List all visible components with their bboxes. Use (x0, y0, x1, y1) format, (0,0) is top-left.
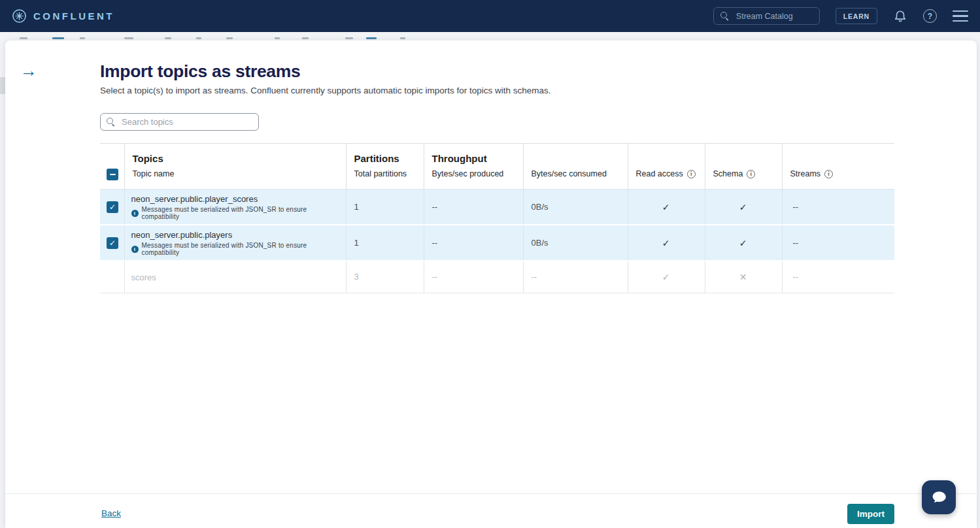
help-button[interactable]: ? (923, 9, 937, 23)
column-sub-label: Read accessi (636, 169, 705, 178)
brand-wordmark: CONFLUENT (33, 10, 114, 22)
column-group-label: Throughput (432, 151, 523, 166)
topic-row: ✓neon_server.public.playersiMessages mus… (100, 225, 894, 261)
top-navbar: CONFLUENT LEARN ? (0, 0, 980, 32)
cell-read-access: ✓ (628, 225, 705, 261)
column-group-label (636, 151, 705, 166)
footer-divider (5, 493, 977, 494)
row-checkbox-cell (100, 261, 124, 293)
cell-total-partitions: 1 (346, 225, 424, 261)
page-subtitle: Select a topic(s) to import as streams. … (100, 86, 551, 95)
cell-bytes-produced: -- (424, 190, 523, 225)
page-title: Import topics as streams (100, 61, 301, 82)
column-sub-label: Topic name (133, 169, 346, 178)
search-icon (720, 12, 729, 20)
breadcrumb (0, 32, 980, 41)
search-icon (107, 118, 115, 126)
column-group-label: Partitions (354, 151, 424, 166)
import-button[interactable]: Import (847, 504, 894, 524)
row-checkbox[interactable]: ✓ (107, 201, 118, 213)
help-icon: ? (923, 9, 937, 23)
cell-schema: ✓ (705, 190, 782, 225)
learn-button[interactable]: LEARN (836, 8, 877, 24)
main-menu-button[interactable] (953, 10, 968, 22)
collapse-panel-arrow-icon[interactable]: → (20, 62, 37, 79)
cell-schema: ✕ (705, 261, 782, 293)
cell-streams: -- (782, 190, 894, 225)
row-checkbox-cell: ✓ (100, 190, 124, 225)
topic-search[interactable] (100, 113, 259, 131)
topic-note: iMessages must be serialized with JSON_S… (131, 206, 342, 220)
info-icon[interactable]: i (747, 170, 755, 178)
cell-bytes-produced: -- (424, 261, 523, 293)
topic-name: neon_server.public.player_scores (131, 194, 342, 204)
topic-row: scores3----✓✕-- (100, 261, 894, 293)
cell-total-partitions: 3 (346, 261, 424, 293)
cell-total-partitions: 1 (346, 190, 424, 225)
cell-read-access: ✓ (628, 190, 705, 225)
stream-catalog-search[interactable] (713, 7, 820, 25)
select-all-cell (100, 144, 124, 190)
column-sub-label: Bytes/sec produced (432, 169, 523, 178)
topic-name-cell: neon_server.public.playersiMessages must… (124, 225, 346, 261)
column-header-bytes-sec-consumed: Bytes/sec consumed (523, 144, 628, 190)
column-group-label (532, 151, 628, 166)
topics-table-wrap: TopicsTopic namePartitionsTotal partitio… (100, 143, 894, 293)
topic-name: neon_server.public.players (131, 230, 342, 240)
column-sub-label: Total partitions (354, 169, 424, 178)
bell-icon (893, 9, 907, 24)
info-icon[interactable]: i (687, 170, 696, 178)
chat-bubble-icon (930, 488, 948, 506)
column-group-label: Topics (133, 151, 346, 166)
topics-table-head-row: TopicsTopic namePartitionsTotal partitio… (100, 144, 894, 190)
notifications-button[interactable] (893, 9, 907, 24)
topic-note: iMessages must be serialized with JSON_S… (131, 242, 342, 256)
topic-search-input[interactable] (120, 116, 252, 127)
cell-bytes-consumed: 0B/s (523, 225, 628, 261)
column-group-label (713, 151, 782, 166)
row-checkbox-cell: ✓ (100, 225, 124, 261)
column-group-label (790, 151, 895, 166)
confluent-logo[interactable]: CONFLUENT (12, 8, 114, 24)
cell-streams: -- (782, 261, 894, 293)
topic-name-cell: neon_server.public.player_scoresiMessage… (124, 190, 346, 225)
column-header-topic-name: TopicsTopic name (124, 144, 346, 190)
stream-catalog-search-input[interactable] (735, 11, 813, 22)
confluent-logo-icon (12, 8, 27, 24)
select-all-checkbox[interactable] (107, 169, 118, 180)
topics-table: TopicsTopic namePartitionsTotal partitio… (100, 143, 894, 293)
column-header-streams: Streamsi (782, 144, 894, 190)
column-header-total-partitions: PartitionsTotal partitions (346, 144, 424, 190)
cell-bytes-produced: -- (424, 225, 523, 261)
hamburger-icon (953, 10, 968, 22)
info-icon: i (131, 210, 139, 217)
column-header-bytes-sec-produced: ThroughputBytes/sec produced (424, 144, 523, 190)
chat-launcher-button[interactable] (922, 480, 956, 514)
back-link[interactable]: Back (101, 508, 121, 518)
cell-bytes-consumed: 0B/s (523, 190, 628, 225)
topics-table-body: ✓neon_server.public.player_scoresiMessag… (100, 190, 894, 293)
info-icon: i (131, 246, 139, 253)
cell-bytes-consumed: -- (523, 261, 628, 293)
cell-read-access: ✓ (628, 261, 705, 293)
topic-row: ✓neon_server.public.player_scoresiMessag… (100, 190, 894, 225)
row-checkbox[interactable]: ✓ (107, 237, 118, 249)
topic-name: scores (131, 272, 342, 282)
column-header-schema: Schemai (705, 144, 782, 190)
column-header-read-access: Read accessi (628, 144, 705, 190)
import-topics-panel: → Import topics as streams Select a topi… (5, 41, 977, 528)
cell-streams: -- (782, 225, 894, 261)
cell-schema: ✓ (705, 225, 782, 261)
topic-name-cell: scores (124, 261, 346, 293)
column-sub-label: Streamsi (790, 169, 895, 178)
collapsed-panel-tab (0, 77, 5, 94)
column-sub-label: Bytes/sec consumed (532, 169, 628, 178)
column-sub-label: Schemai (713, 169, 782, 178)
info-icon[interactable]: i (824, 170, 833, 178)
